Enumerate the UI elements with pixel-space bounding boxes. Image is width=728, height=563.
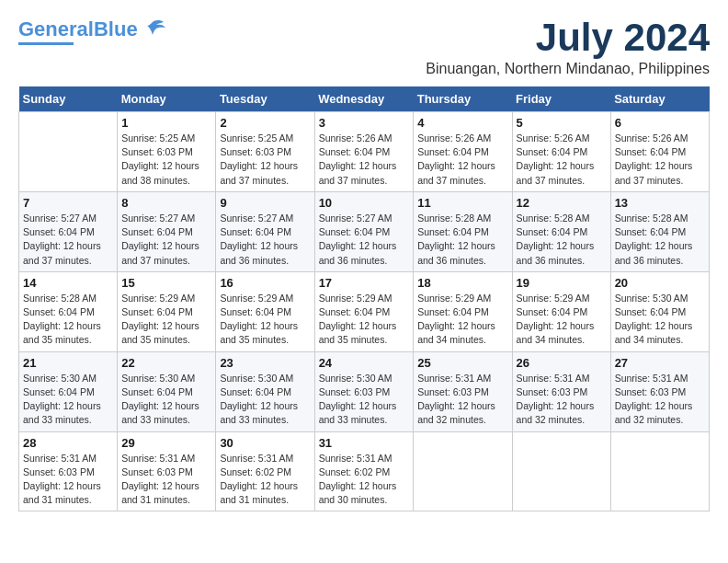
day-info: Sunrise: 5:30 AM Sunset: 6:04 PM Dayligh…	[615, 292, 705, 348]
calendar-col-tuesday: Tuesday	[216, 86, 314, 112]
day-number: 15	[121, 276, 211, 290]
day-info: Sunrise: 5:31 AM Sunset: 6:02 PM Dayligh…	[220, 452, 310, 508]
day-info: Sunrise: 5:30 AM Sunset: 6:04 PM Dayligh…	[121, 372, 211, 428]
day-number: 20	[615, 276, 705, 290]
calendar-week-row: 1Sunrise: 5:25 AM Sunset: 6:03 PM Daylig…	[19, 112, 710, 192]
day-number: 31	[319, 436, 410, 450]
day-info: Sunrise: 5:26 AM Sunset: 6:04 PM Dayligh…	[615, 132, 705, 188]
logo-bird-icon	[140, 18, 165, 40]
calendar-cell	[610, 431, 709, 511]
day-number: 3	[319, 116, 410, 130]
calendar-cell: 15Sunrise: 5:29 AM Sunset: 6:04 PM Dayli…	[118, 271, 216, 351]
day-info: Sunrise: 5:26 AM Sunset: 6:04 PM Dayligh…	[517, 132, 607, 188]
title-section: July 2024 Binuangan, Northern Mindanao, …	[426, 18, 710, 77]
day-number: 27	[615, 356, 705, 370]
day-info: Sunrise: 5:29 AM Sunset: 6:04 PM Dayligh…	[121, 292, 211, 348]
day-number: 5	[517, 116, 607, 130]
day-info: Sunrise: 5:28 AM Sunset: 6:04 PM Dayligh…	[23, 292, 113, 348]
day-info: Sunrise: 5:27 AM Sunset: 6:04 PM Dayligh…	[23, 212, 113, 268]
day-number: 13	[615, 196, 705, 210]
calendar-cell: 8Sunrise: 5:27 AM Sunset: 6:04 PM Daylig…	[118, 191, 216, 271]
day-info: Sunrise: 5:29 AM Sunset: 6:04 PM Dayligh…	[220, 292, 310, 348]
logo-blue: Blue	[94, 17, 138, 40]
calendar-week-row: 7Sunrise: 5:27 AM Sunset: 6:04 PM Daylig…	[19, 191, 710, 271]
calendar-cell: 4Sunrise: 5:26 AM Sunset: 6:04 PM Daylig…	[414, 112, 512, 192]
day-info: Sunrise: 5:31 AM Sunset: 6:03 PM Dayligh…	[517, 372, 607, 428]
page-title: July 2024	[426, 18, 710, 57]
calendar-header-row: SundayMondayTuesdayWednesdayThursdayFrid…	[19, 86, 710, 112]
calendar-cell: 22Sunrise: 5:30 AM Sunset: 6:04 PM Dayli…	[118, 351, 216, 431]
calendar-week-row: 21Sunrise: 5:30 AM Sunset: 6:04 PM Dayli…	[19, 351, 710, 431]
day-info: Sunrise: 5:25 AM Sunset: 6:03 PM Dayligh…	[220, 132, 310, 188]
day-number: 22	[121, 356, 211, 370]
day-number: 1	[121, 116, 211, 130]
day-info: Sunrise: 5:28 AM Sunset: 6:04 PM Dayligh…	[615, 212, 705, 268]
calendar-cell: 30Sunrise: 5:31 AM Sunset: 6:02 PM Dayli…	[216, 431, 314, 511]
day-number: 10	[319, 196, 410, 210]
day-info: Sunrise: 5:31 AM Sunset: 6:03 PM Dayligh…	[23, 452, 113, 508]
day-info: Sunrise: 5:31 AM Sunset: 6:02 PM Dayligh…	[319, 452, 410, 508]
day-info: Sunrise: 5:25 AM Sunset: 6:03 PM Dayligh…	[121, 132, 211, 188]
calendar-cell: 16Sunrise: 5:29 AM Sunset: 6:04 PM Dayli…	[216, 271, 314, 351]
calendar-cell: 31Sunrise: 5:31 AM Sunset: 6:02 PM Dayli…	[314, 431, 414, 511]
day-info: Sunrise: 5:29 AM Sunset: 6:04 PM Dayligh…	[517, 292, 607, 348]
logo-general: General	[18, 17, 94, 40]
calendar-cell: 12Sunrise: 5:28 AM Sunset: 6:04 PM Dayli…	[512, 191, 610, 271]
calendar-cell: 11Sunrise: 5:28 AM Sunset: 6:04 PM Dayli…	[414, 191, 512, 271]
calendar-cell: 9Sunrise: 5:27 AM Sunset: 6:04 PM Daylig…	[216, 191, 314, 271]
day-info: Sunrise: 5:27 AM Sunset: 6:04 PM Dayligh…	[319, 212, 410, 268]
day-number: 29	[121, 436, 211, 450]
calendar-cell: 7Sunrise: 5:27 AM Sunset: 6:04 PM Daylig…	[19, 191, 118, 271]
calendar-col-saturday: Saturday	[610, 86, 709, 112]
calendar-cell: 5Sunrise: 5:26 AM Sunset: 6:04 PM Daylig…	[512, 112, 610, 192]
day-number: 24	[319, 356, 410, 370]
day-number: 9	[220, 196, 310, 210]
day-number: 12	[517, 196, 607, 210]
day-number: 30	[220, 436, 310, 450]
day-info: Sunrise: 5:27 AM Sunset: 6:04 PM Dayligh…	[121, 212, 211, 268]
calendar-cell: 1Sunrise: 5:25 AM Sunset: 6:03 PM Daylig…	[118, 112, 216, 192]
day-number: 18	[417, 276, 507, 290]
calendar-cell: 14Sunrise: 5:28 AM Sunset: 6:04 PM Dayli…	[19, 271, 118, 351]
calendar-cell: 25Sunrise: 5:31 AM Sunset: 6:03 PM Dayli…	[414, 351, 512, 431]
calendar-cell	[19, 112, 118, 192]
day-number: 19	[517, 276, 607, 290]
calendar-cell: 10Sunrise: 5:27 AM Sunset: 6:04 PM Dayli…	[314, 191, 414, 271]
day-info: Sunrise: 5:30 AM Sunset: 6:04 PM Dayligh…	[220, 372, 310, 428]
calendar-cell: 29Sunrise: 5:31 AM Sunset: 6:03 PM Dayli…	[118, 431, 216, 511]
calendar-cell: 23Sunrise: 5:30 AM Sunset: 6:04 PM Dayli…	[216, 351, 314, 431]
day-number: 11	[417, 196, 507, 210]
calendar-cell: 27Sunrise: 5:31 AM Sunset: 6:03 PM Dayli…	[610, 351, 709, 431]
day-info: Sunrise: 5:29 AM Sunset: 6:04 PM Dayligh…	[319, 292, 410, 348]
day-info: Sunrise: 5:28 AM Sunset: 6:04 PM Dayligh…	[417, 212, 507, 268]
calendar-cell	[414, 431, 512, 511]
calendar-cell: 20Sunrise: 5:30 AM Sunset: 6:04 PM Dayli…	[610, 271, 709, 351]
day-number: 2	[220, 116, 310, 130]
day-number: 26	[517, 356, 607, 370]
calendar-table: SundayMondayTuesdayWednesdayThursdayFrid…	[18, 86, 710, 511]
calendar-col-sunday: Sunday	[19, 86, 118, 112]
calendar-cell: 13Sunrise: 5:28 AM Sunset: 6:04 PM Dayli…	[610, 191, 709, 271]
calendar-week-row: 28Sunrise: 5:31 AM Sunset: 6:03 PM Dayli…	[19, 431, 710, 511]
day-number: 17	[319, 276, 410, 290]
calendar-col-friday: Friday	[512, 86, 610, 112]
calendar-cell: 21Sunrise: 5:30 AM Sunset: 6:04 PM Dayli…	[19, 351, 118, 431]
day-info: Sunrise: 5:30 AM Sunset: 6:03 PM Dayligh…	[319, 372, 410, 428]
day-number: 16	[220, 276, 310, 290]
day-info: Sunrise: 5:26 AM Sunset: 6:04 PM Dayligh…	[319, 132, 410, 188]
calendar-cell: 28Sunrise: 5:31 AM Sunset: 6:03 PM Dayli…	[19, 431, 118, 511]
calendar-cell: 18Sunrise: 5:29 AM Sunset: 6:04 PM Dayli…	[414, 271, 512, 351]
day-number: 14	[23, 276, 113, 290]
day-number: 6	[615, 116, 705, 130]
page-header: GeneralBlue July 2024 Binuangan, Norther…	[18, 18, 710, 77]
day-info: Sunrise: 5:26 AM Sunset: 6:04 PM Dayligh…	[417, 132, 507, 188]
calendar-cell: 17Sunrise: 5:29 AM Sunset: 6:04 PM Dayli…	[314, 271, 414, 351]
day-number: 25	[417, 356, 507, 370]
calendar-cell: 6Sunrise: 5:26 AM Sunset: 6:04 PM Daylig…	[610, 112, 709, 192]
calendar-cell: 3Sunrise: 5:26 AM Sunset: 6:04 PM Daylig…	[314, 112, 414, 192]
day-info: Sunrise: 5:31 AM Sunset: 6:03 PM Dayligh…	[615, 372, 705, 428]
day-number: 23	[220, 356, 310, 370]
calendar-cell: 2Sunrise: 5:25 AM Sunset: 6:03 PM Daylig…	[216, 112, 314, 192]
day-info: Sunrise: 5:31 AM Sunset: 6:03 PM Dayligh…	[121, 452, 211, 508]
day-info: Sunrise: 5:27 AM Sunset: 6:04 PM Dayligh…	[220, 212, 310, 268]
